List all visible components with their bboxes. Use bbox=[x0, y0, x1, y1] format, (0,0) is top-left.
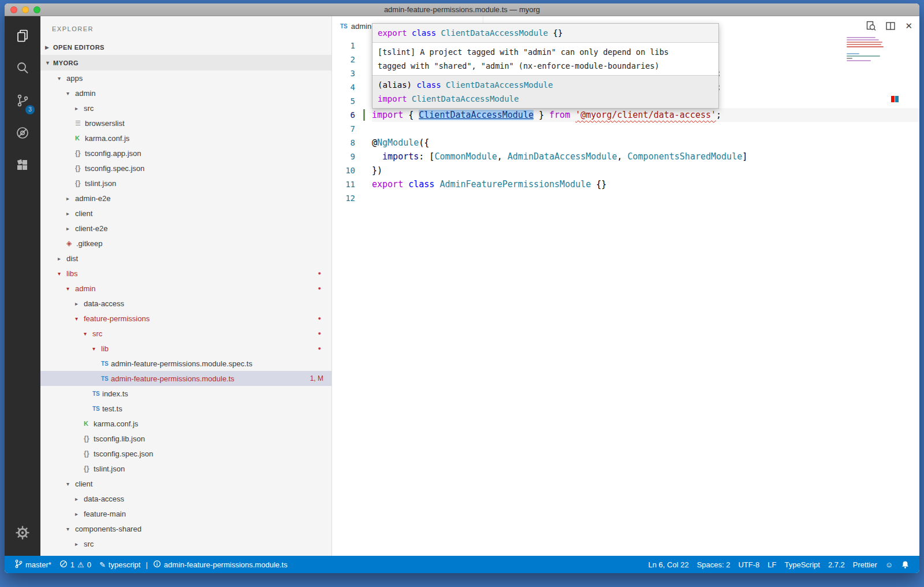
tree-item[interactable]: TStest.ts bbox=[40, 401, 331, 416]
tree-item[interactable]: ▸data-access bbox=[40, 491, 331, 506]
feedback-smiley-icon[interactable]: ☺ bbox=[881, 556, 897, 573]
open-editors-header[interactable]: ▶ OPEN EDITORS bbox=[40, 39, 331, 55]
chevron-right-icon[interactable]: ▸ bbox=[66, 225, 75, 232]
tree-item[interactable]: ▾admin● bbox=[40, 281, 331, 296]
tree-item[interactable]: ☰browserslist bbox=[40, 116, 331, 131]
open-changes-icon[interactable] bbox=[866, 21, 876, 31]
language-status[interactable]: TypeScript bbox=[780, 556, 824, 573]
tree-item-label: src bbox=[84, 540, 94, 548]
minimize-window-button[interactable] bbox=[22, 6, 29, 13]
code-line bbox=[372, 122, 919, 136]
chevron-right-icon[interactable]: ▸ bbox=[66, 195, 75, 202]
zoom-window-button[interactable] bbox=[33, 6, 40, 13]
code-token: @ bbox=[372, 138, 377, 148]
search-icon bbox=[15, 61, 30, 78]
chevron-down-icon[interactable]: ▾ bbox=[66, 285, 75, 292]
line-number: 6 bbox=[332, 108, 372, 122]
tree-item[interactable]: ▾components-shared bbox=[40, 521, 331, 536]
notifications-bell-icon[interactable] bbox=[897, 556, 914, 573]
chevron-right-icon[interactable]: ▸ bbox=[75, 496, 84, 502]
formatter-status[interactable]: Prettier bbox=[849, 556, 881, 573]
file-info-status[interactable]: admin-feature-permissions.module.ts bbox=[149, 556, 292, 573]
tree-item[interactable]: ▾client bbox=[40, 476, 331, 491]
source-control-activity-button[interactable]: 3 bbox=[5, 86, 40, 118]
close-window-button[interactable] bbox=[10, 6, 17, 13]
chevron-right-icon[interactable]: ▸ bbox=[58, 255, 66, 262]
tree-item[interactable]: {}tsconfig.spec.json bbox=[40, 161, 331, 176]
chevron-right-icon[interactable]: ▸ bbox=[75, 511, 84, 517]
tree-item[interactable]: ▸admin-e2e bbox=[40, 191, 331, 206]
tree-item[interactable]: ▾lib● bbox=[40, 341, 331, 356]
eol-status[interactable]: LF bbox=[763, 556, 780, 573]
error-dot-badge: ● bbox=[318, 315, 331, 321]
tree-item[interactable]: ▸data-access bbox=[40, 296, 331, 311]
tree-item[interactable]: ▾admin bbox=[40, 86, 331, 101]
warning-count: 0 bbox=[87, 560, 91, 569]
chevron-right-icon[interactable]: ▸ bbox=[75, 541, 84, 547]
tree-item[interactable]: TSadmin-feature-permissions.module.spec.… bbox=[40, 356, 331, 371]
tree-item[interactable]: TSindex.ts bbox=[40, 386, 331, 401]
tree-item[interactable]: ◈.gitkeep bbox=[40, 236, 331, 251]
tree-item[interactable]: TSadmin-feature-permissions.module.ts1, … bbox=[40, 371, 331, 386]
explorer-activity-button[interactable] bbox=[5, 21, 40, 53]
tree-item[interactable]: ▾src● bbox=[40, 326, 331, 341]
code-token bbox=[372, 151, 382, 162]
problems-status[interactable]: 1 ⚠ 0 bbox=[55, 556, 95, 573]
explorer-sidebar: EXPLORER ▶ OPEN EDITORS ▼ MYORG ▾apps▾ad… bbox=[40, 16, 332, 556]
tree-item[interactable]: {}tsconfig.lib.json bbox=[40, 431, 331, 446]
chevron-down-icon[interactable]: ▾ bbox=[84, 330, 92, 337]
tree-item-label: client bbox=[75, 480, 92, 488]
chevron-down-icon[interactable]: ▾ bbox=[92, 345, 101, 352]
close-editor-icon[interactable]: ✕ bbox=[905, 21, 912, 31]
tree-item[interactable]: ▸client bbox=[40, 206, 331, 221]
indent-status[interactable]: Spaces: 2 bbox=[693, 556, 735, 573]
tree-item[interactable]: ▸client-e2e bbox=[40, 221, 331, 236]
settings-button[interactable] bbox=[5, 518, 40, 550]
tree-item[interactable]: ▸src bbox=[40, 536, 331, 551]
chevron-down-icon[interactable]: ▾ bbox=[58, 75, 66, 81]
search-activity-button[interactable] bbox=[5, 53, 40, 86]
chevron-down-icon[interactable]: ▾ bbox=[66, 481, 75, 487]
chevron-right-icon[interactable]: ▸ bbox=[75, 300, 84, 307]
debug-activity-button[interactable] bbox=[5, 118, 40, 150]
git-branch-status[interactable]: master* bbox=[10, 556, 55, 573]
code-token: import bbox=[372, 110, 403, 120]
extensions-activity-button[interactable] bbox=[5, 150, 40, 183]
code-token: ClientDataAccessModule bbox=[446, 80, 553, 90]
ts-version-status[interactable]: 2.7.2 bbox=[824, 556, 849, 573]
tree-item[interactable]: ▸dist bbox=[40, 251, 331, 266]
tree-item[interactable]: ▸src bbox=[40, 101, 331, 116]
chevron-down-icon[interactable]: ▾ bbox=[75, 315, 84, 322]
project-root-header[interactable]: ▼ MYORG bbox=[40, 55, 331, 70]
encoding-status[interactable]: UTF-8 bbox=[734, 556, 763, 573]
tree-item[interactable]: Kkarma.conf.js bbox=[40, 416, 331, 431]
linter-label: typescript bbox=[109, 560, 141, 569]
split-editor-icon[interactable] bbox=[885, 21, 896, 31]
cursor-position-status[interactable]: Ln 6, Col 22 bbox=[644, 556, 693, 573]
tree-item[interactable]: Kkarma.conf.js bbox=[40, 131, 331, 146]
modified-marker bbox=[895, 96, 899, 102]
tree-item[interactable]: {}tsconfig.spec.json bbox=[40, 446, 331, 461]
chevron-right-icon[interactable]: ▸ bbox=[66, 210, 75, 217]
chevron-down-icon[interactable]: ▾ bbox=[58, 270, 66, 277]
chevron-right-icon[interactable]: ▸ bbox=[75, 105, 84, 112]
tree-item-label: admin bbox=[75, 89, 95, 98]
code-token: AdminFeaturePermissionsModule bbox=[439, 179, 591, 190]
minimap[interactable] bbox=[847, 37, 885, 62]
hover-alias-line: import ClientDataAccessModule bbox=[378, 92, 713, 106]
git-file-icon: ◈ bbox=[66, 239, 76, 247]
ts-file-icon: TS bbox=[92, 391, 102, 397]
tree-item[interactable]: ▾apps bbox=[40, 70, 331, 86]
open-editors-label: OPEN EDITORS bbox=[53, 44, 105, 51]
tree-item[interactable]: {}tslint.json bbox=[40, 176, 331, 191]
tree-item[interactable]: {}tsconfig.app.json bbox=[40, 146, 331, 161]
tree-item[interactable]: {}tslint.json bbox=[40, 461, 331, 476]
chevron-down-icon[interactable]: ▾ bbox=[66, 526, 75, 532]
tree-item[interactable]: ▾libs● bbox=[40, 266, 331, 281]
tree-item[interactable]: ▸feature-main bbox=[40, 506, 331, 521]
chevron-down-icon[interactable]: ▾ bbox=[66, 90, 75, 96]
code-area[interactable]: ;';import { ClientDataAccessModule } fro… bbox=[372, 39, 919, 556]
tree-item[interactable]: ▾feature-permissions● bbox=[40, 311, 331, 326]
code-token: NgModule bbox=[377, 138, 419, 148]
linter-status[interactable]: ✎ typescript bbox=[95, 556, 145, 573]
